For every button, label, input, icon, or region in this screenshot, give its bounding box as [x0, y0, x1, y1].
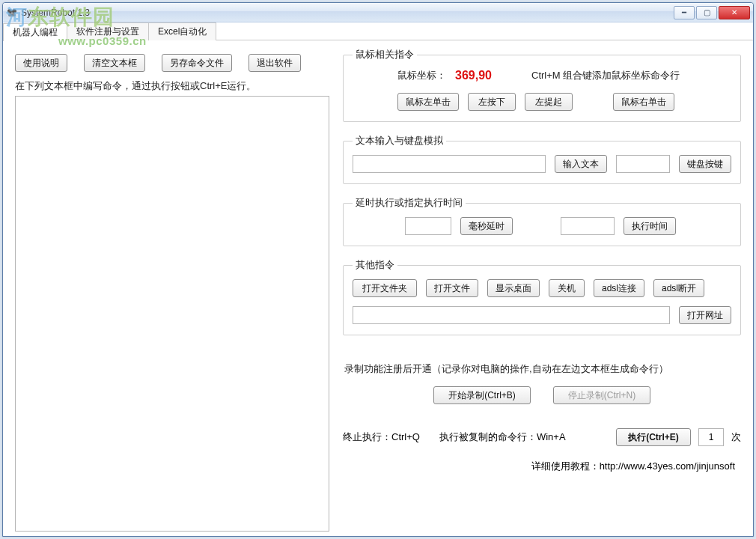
recording-note: 录制功能注册后开通（记录你对电脑的操作,自动在左边文本框生成命令行） [344, 362, 740, 376]
show-desktop-button[interactable]: 显示桌面 [487, 279, 540, 297]
exec-time-field[interactable] [561, 217, 615, 235]
tab-excel-automation[interactable]: Excel自动化 [148, 22, 216, 40]
close-button[interactable]: ✕ [719, 6, 750, 19]
svg-point-1 [12, 9, 16, 13]
execute-button[interactable]: 执行(Ctrl+E) [616, 428, 691, 446]
exec-count-field[interactable] [698, 428, 724, 446]
copy-exec-hint: 执行被复制的命令行：Win+A [439, 430, 566, 444]
keyboard-key-field[interactable] [616, 155, 670, 173]
input-text-button[interactable]: 输入文本 [555, 155, 607, 173]
abort-hint: 终止执行：Ctrl+Q [343, 430, 420, 444]
footer-line: 终止执行：Ctrl+Q 执行被复制的命令行：Win+A 执行(Ctrl+E) 次 [343, 428, 741, 446]
shutdown-button[interactable]: 关机 [549, 279, 585, 297]
tab-robot-programming[interactable]: 机器人编程 [3, 23, 67, 41]
mouse-group: 鼠标相关指令 鼠标坐标： 369,90 Ctrl+M 组合键添加鼠标坐标命令行 … [343, 48, 741, 122]
stop-recording-button[interactable]: 停止录制(Ctrl+N) [553, 386, 650, 404]
mouse-coord-value: 369,90 [455, 69, 509, 82]
command-textarea[interactable] [15, 96, 329, 532]
svg-rect-2 [8, 13, 16, 16]
start-recording-button[interactable]: 开始录制(Ctrl+B) [433, 386, 531, 404]
svg-point-0 [7, 9, 12, 13]
mouse-group-legend: 鼠标相关指令 [353, 48, 417, 61]
window-title: SystemRobot 1.3 [21, 7, 90, 18]
keyboard-key-button[interactable]: 键盘按键 [679, 155, 731, 173]
delay-ms-field[interactable] [405, 217, 451, 235]
delay-group-legend: 延时执行或指定执行时间 [353, 196, 466, 210]
text-input-group: 文本输入与键盘模拟 输入文本 键盘按键 [343, 134, 741, 184]
titlebar[interactable]: SystemRobot 1.3 ━ ▢ ✕ [3, 3, 753, 22]
mouse-left-down-button[interactable]: 左按下 [468, 93, 516, 111]
tab-bar: 机器人编程 软件注册与设置 Excel自动化 [3, 22, 753, 40]
left-toolbar: 使用说明 清空文本框 另存命令文件 退出软件 [15, 54, 329, 72]
text-input-field[interactable] [353, 155, 546, 173]
exec-count-suffix: 次 [731, 430, 741, 444]
help-button[interactable]: 使用说明 [15, 54, 67, 72]
tutorial-link: 详细使用教程：http://www.43yes.com/jinjunsoft [343, 460, 741, 473]
save-command-button[interactable]: 另存命令文件 [162, 54, 232, 72]
tab-register-settings[interactable]: 软件注册与设置 [67, 22, 149, 40]
maximize-button[interactable]: ▢ [696, 6, 717, 19]
app-window: SystemRobot 1.3 ━ ▢ ✕ 机器人编程 软件注册与设置 Exce… [2, 2, 754, 537]
mouse-left-up-button[interactable]: 左提起 [525, 93, 573, 111]
minimize-button[interactable]: ━ [674, 6, 695, 19]
other-group: 其他指令 打开文件夹 打开文件 显示桌面 关机 adsl连接 adsl断开 打开… [343, 258, 741, 335]
mouse-left-click-button[interactable]: 鼠标左单击 [397, 93, 459, 111]
app-icon [6, 7, 18, 19]
clear-button[interactable]: 清空文本框 [84, 54, 145, 72]
open-folder-button[interactable]: 打开文件夹 [353, 279, 417, 297]
open-url-button[interactable]: 打开网址 [679, 306, 731, 324]
delay-group: 延时执行或指定执行时间 毫秒延时 执行时间 [343, 196, 741, 246]
delay-ms-button[interactable]: 毫秒延时 [460, 217, 513, 235]
open-file-button[interactable]: 打开文件 [426, 279, 478, 297]
mouse-coord-label: 鼠标坐标： [397, 69, 446, 82]
text-input-group-legend: 文本输入与键盘模拟 [353, 134, 446, 147]
mouse-shortcut-hint: Ctrl+M 组合键添加鼠标坐标命令行 [531, 69, 680, 82]
adsl-connect-button[interactable]: adsl连接 [594, 279, 644, 297]
textarea-instruction: 在下列文本框中编写命令，通过执行按钮或Ctrl+E运行。 [15, 79, 329, 93]
url-field[interactable] [353, 306, 670, 324]
other-group-legend: 其他指令 [353, 258, 397, 272]
exec-time-button[interactable]: 执行时间 [624, 217, 676, 235]
exit-button[interactable]: 退出软件 [249, 54, 301, 72]
mouse-right-click-button[interactable]: 鼠标右单击 [613, 93, 674, 111]
adsl-disconnect-button[interactable]: adsl断开 [653, 279, 704, 297]
